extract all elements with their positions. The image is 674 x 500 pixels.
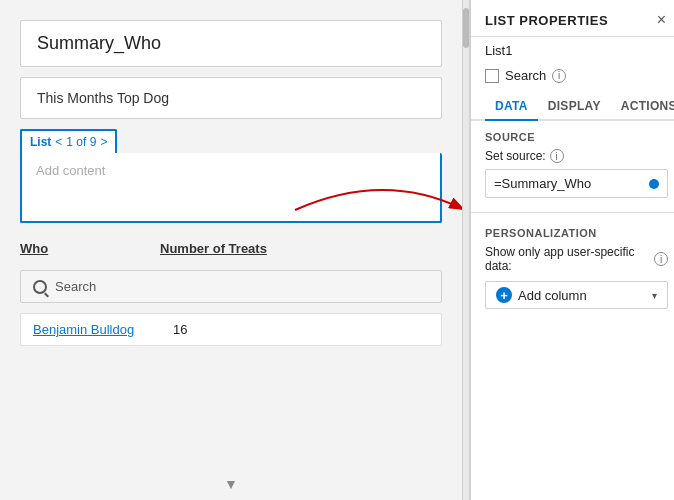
data-cell-name[interactable]: Benjamin Bulldog [33, 322, 173, 337]
scrollbar[interactable] [462, 0, 470, 500]
panel-header: LIST PROPERTIES × [471, 0, 674, 37]
summary-who-card: Summary_Who [20, 20, 442, 67]
personalization-section-label: PERSONALIZATION [471, 217, 674, 243]
divider-1 [471, 212, 674, 213]
search-info-icon: i [552, 69, 566, 83]
list-content-box[interactable]: Add content [20, 153, 442, 223]
left-panel: Summary_Who This Months Top Dog List < 1… [0, 0, 462, 500]
set-source-label: Set source: [485, 149, 546, 163]
add-column-label: Add column [518, 288, 587, 303]
list-nav[interactable]: List < 1 of 9 > [20, 129, 117, 153]
list-label: List [30, 135, 51, 149]
top-dog-label: This Months Top Dog [37, 90, 169, 106]
tab-display[interactable]: DISPLAY [538, 93, 611, 121]
search-checkbox[interactable] [485, 69, 499, 83]
scrollbar-thumb[interactable] [463, 8, 469, 48]
plus-circle-icon: + [496, 287, 512, 303]
summary-who-title: Summary_Who [37, 33, 161, 53]
chevron-down-icon: ▾ [652, 290, 657, 301]
table-header-treats: Number of Treats [160, 241, 290, 256]
personalization-row: Show only app user-specific data: i [471, 243, 674, 277]
panel-title: LIST PROPERTIES [485, 13, 608, 28]
tab-actions[interactable]: ACTIONS [611, 93, 674, 121]
panel-list-name: List1 [471, 37, 674, 62]
add-column-left: + Add column [496, 287, 587, 303]
search-checkbox-row: Search i [471, 62, 674, 89]
list-prev-arrow[interactable]: < [55, 135, 62, 149]
set-source-info-icon: i [550, 149, 564, 163]
set-source-row: Set source: i [471, 147, 674, 169]
data-row: Benjamin Bulldog 16 [20, 313, 442, 346]
table-header-who: Who [20, 241, 160, 256]
source-dropdown-value: =Summary_Who [494, 176, 591, 191]
right-panel: LIST PROPERTIES × List1 Search i DATA DI… [470, 0, 674, 500]
search-checkbox-label: Search [505, 68, 546, 83]
tab-data[interactable]: DATA [485, 93, 538, 121]
search-icon [33, 280, 47, 294]
add-column-button[interactable]: + Add column ▾ [485, 281, 668, 309]
source-dropdown[interactable]: =Summary_Who [485, 169, 668, 198]
top-dog-card: This Months Top Dog [20, 77, 442, 119]
list-content-placeholder: Add content [36, 163, 105, 178]
list-count: 1 of 9 [66, 135, 96, 149]
search-bar[interactable]: Search [20, 270, 442, 303]
data-cell-value: 16 [173, 322, 253, 337]
source-dropdown-container: =Summary_Who [485, 169, 668, 198]
list-section: List < 1 of 9 > Add content [20, 129, 442, 223]
table-header-row: Who Number of Treats [20, 233, 442, 260]
tabs-row: DATA DISPLAY ACTIONS [471, 93, 674, 121]
source-section-label: SOURCE [471, 121, 674, 147]
list-next-arrow[interactable]: > [100, 135, 107, 149]
scroll-indicator: ▼ [224, 476, 238, 492]
dropdown-dot [649, 179, 659, 189]
search-label: Search [55, 279, 96, 294]
close-button[interactable]: × [655, 12, 668, 28]
personalization-info-icon: i [654, 252, 668, 266]
show-only-label: Show only app user-specific data: [485, 245, 650, 273]
